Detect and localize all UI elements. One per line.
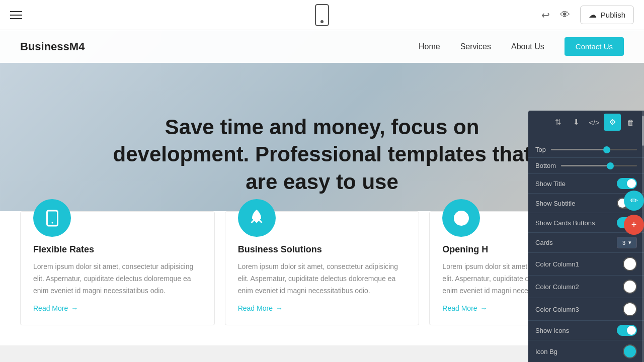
color-column1-swatch[interactable]: [623, 257, 637, 271]
download-icon[interactable]: ⬇: [568, 114, 585, 131]
nav-links: Home Services About Us Contact Us: [419, 37, 624, 56]
color-column2-row: Color Column2: [528, 276, 644, 298]
nav-services[interactable]: Services: [460, 42, 491, 51]
panel-scrollbar[interactable]: [642, 111, 644, 362]
top-setting-row: Top: [528, 142, 644, 158]
card-2-title: Business Solutions: [238, 244, 407, 255]
cards-label: Cards: [535, 239, 553, 246]
bottom-setting-row: Bottom: [528, 158, 644, 174]
cloud-icon: ☁: [589, 10, 597, 20]
card-2-link[interactable]: Read More →: [238, 304, 407, 312]
edit-pencil-button[interactable]: ✏: [624, 191, 644, 211]
publish-button[interactable]: ☁ Publish: [580, 6, 634, 24]
card-2: Business Solutions Lorem ipsum dolor sit…: [225, 211, 420, 325]
preview-area: BusinessM4 Home Services About Us Contac…: [0, 30, 644, 362]
panel-scrollbar-thumb: [642, 116, 644, 146]
color-column1-row: Color Column1: [528, 253, 644, 276]
card-1: Flexible Rates Lorem ipsum dolor sit ame…: [20, 211, 215, 325]
top-label: Top: [535, 146, 546, 153]
card-1-icon: [33, 199, 71, 237]
top-slider[interactable]: [551, 149, 637, 150]
nav-home[interactable]: Home: [419, 42, 440, 51]
toolbar-right: ↩ 👁 ☁ Publish: [541, 6, 634, 24]
svg-point-2: [255, 217, 258, 220]
show-title-toggle[interactable]: [617, 178, 637, 189]
card-2-text: Lorem ipsum dolor sit amet, consectetur …: [238, 261, 407, 297]
hero-title: Save time and money, focus on developmen…: [96, 114, 548, 196]
settings-panel: ⇅ ⬇ </> ⚙ 🗑 Top Bottom: [528, 111, 644, 362]
icon-bg-label: Icon Bg: [535, 348, 557, 355]
show-subtitle-label: Show Subtitle: [535, 200, 576, 207]
chevron-down-icon: ▾: [628, 239, 631, 246]
contact-button[interactable]: Contact Us: [565, 37, 624, 56]
gear-icon[interactable]: ⚙: [604, 114, 621, 131]
undo-icon[interactable]: ↩: [541, 9, 550, 21]
card-1-text: Lorem ipsum dolor sit amet, consectetur …: [33, 261, 202, 297]
code-icon[interactable]: </>: [586, 114, 603, 131]
card-2-icon: [238, 199, 276, 237]
top-toolbar: ↩ 👁 ☁ Publish: [0, 0, 644, 30]
sort-icon[interactable]: ⇅: [549, 114, 567, 131]
show-title-label: Show Title: [535, 180, 566, 188]
icon-bg-row: Icon Bg: [528, 340, 644, 362]
color-column3-row: Color Column3: [528, 298, 644, 321]
brand-logo: BusinessM4: [20, 40, 85, 53]
hamburger-icon[interactable]: [10, 11, 22, 19]
show-cards-buttons-label: Show Cards Buttons: [535, 219, 595, 227]
clock-icon: [452, 209, 470, 227]
right-edge-buttons: ✏ +: [624, 191, 644, 235]
toolbar-left: [10, 11, 22, 19]
show-icons-row: Show Icons: [528, 321, 644, 340]
icon-bg-swatch[interactable]: [623, 344, 637, 358]
panel-toolbar: ⇅ ⬇ </> ⚙ 🗑: [528, 111, 644, 134]
show-icons-label: Show Icons: [535, 327, 569, 334]
rocket-icon: [248, 209, 266, 227]
toolbar-center: [315, 4, 329, 26]
mobile-icon: [43, 209, 61, 227]
cards-select-row: Cards 3 ▾: [528, 233, 644, 253]
card-3-icon: [442, 199, 480, 237]
cards-select[interactable]: 3 ▾: [617, 237, 637, 248]
phone-preview-icon[interactable]: [315, 4, 329, 26]
website-nav: BusinessM4 Home Services About Us Contac…: [0, 30, 644, 63]
bottom-label: Bottom: [535, 162, 556, 169]
show-icons-toggle[interactable]: [617, 325, 637, 336]
color-column2-label: Color Column2: [535, 283, 579, 291]
preview-eye-icon[interactable]: 👁: [560, 9, 570, 21]
card-1-title: Flexible Rates: [33, 244, 202, 255]
hero-text: Save time and money, focus on developmen…: [96, 81, 548, 196]
nav-about[interactable]: About Us: [511, 42, 544, 51]
color-column2-swatch[interactable]: [623, 280, 637, 294]
trash-icon[interactable]: 🗑: [622, 114, 639, 131]
color-column3-swatch[interactable]: [623, 302, 637, 316]
add-plus-button[interactable]: +: [624, 215, 644, 235]
publish-label: Publish: [601, 11, 625, 19]
settings-panel-inner: Top Bottom: [528, 137, 644, 362]
color-column3-label: Color Column3: [535, 306, 579, 313]
card-1-link[interactable]: Read More →: [33, 304, 202, 312]
bottom-slider[interactable]: [561, 165, 637, 166]
cards-value: 3: [622, 240, 625, 246]
color-column1-label: Color Column1: [535, 260, 579, 268]
